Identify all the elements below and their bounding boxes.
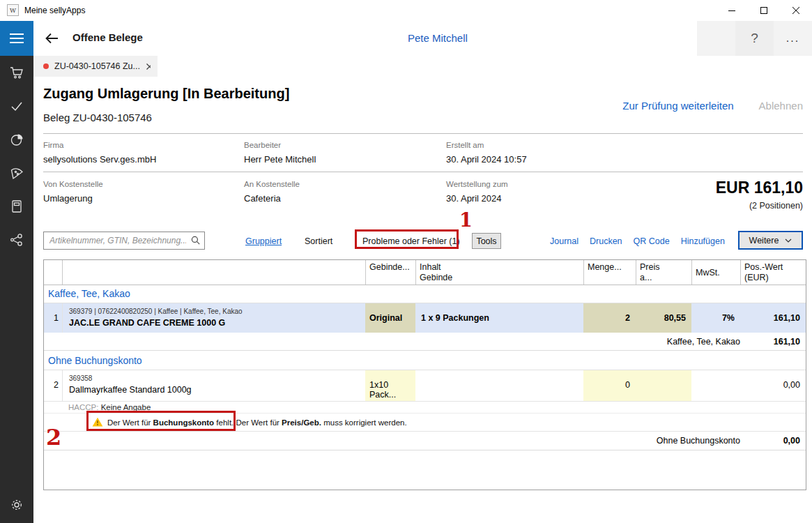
add-link[interactable]: Hinzufügen [681, 236, 725, 246]
reject-button[interactable]: Ablehnen [759, 100, 803, 112]
problems-or-errors-toggle[interactable]: Probleme oder Fehler (1) [362, 236, 460, 246]
haccp-label: HACCP: [68, 403, 98, 411]
hamburger-menu-button[interactable] [0, 21, 33, 56]
subtotal-row-ohne-buchungskonto: Ohne Buchungskonto 0,00 [44, 432, 806, 450]
tab-close-icon[interactable] [146, 63, 151, 70]
field-label: An Kostenstelle [244, 180, 300, 188]
page-title: Offene Belege [72, 31, 143, 43]
annotation-marker-1: 1 [459, 209, 473, 231]
header-menge: Menge... [583, 260, 636, 285]
pie-chart-icon [9, 132, 24, 147]
pizza-slice-icon [9, 165, 24, 181]
article-meta: 369358 [69, 374, 365, 382]
back-button[interactable] [43, 30, 60, 47]
header-preis: Preis a... [636, 260, 691, 285]
journal-link[interactable]: Journal [550, 236, 579, 246]
gebinde-cell[interactable]: Original [365, 303, 415, 333]
field-firma: Firma sellysolutions Serv.ges.mbH [43, 141, 156, 165]
window-title: Meine sellyApps [24, 6, 85, 15]
grouped-toggle[interactable]: Gruppiert [245, 236, 282, 246]
mwst-cell: 7% [691, 303, 740, 333]
article-description: 369358 Dallmayrkaffee Standard 1000g [62, 370, 365, 401]
row-number: 1 [44, 303, 62, 333]
menge-cell[interactable]: 2 [583, 303, 636, 333]
header-pos-wert: Pos.-Wert (EUR) [740, 260, 806, 285]
group-header-kaffee: Kaffee, Tee, Kakao [44, 285, 806, 303]
menge-cell[interactable]: 0 [583, 370, 636, 401]
field-erstellt-am: Erstellt am 30. April 2024 10:57 [446, 141, 527, 165]
tools-button[interactable]: Tools [472, 233, 501, 249]
book-icon [9, 199, 24, 214]
document-title: Zugang Umlagerung [In Bearbeitung] [43, 86, 289, 102]
header-more-button[interactable]: ... [774, 21, 812, 56]
header-rownum [44, 260, 62, 285]
maximize-icon [760, 7, 767, 14]
subtotal-row-kaffee: Kaffee, Tee, Kakao 161,10 [44, 333, 806, 351]
document-subtitle: Beleg ZU-0430-105746 [43, 112, 152, 123]
titlebar: w Meine sellyApps [0, 0, 812, 21]
field-label: Von Kostenstelle [43, 180, 103, 188]
mwst-cell [691, 370, 740, 401]
sidebar-item-reports[interactable] [0, 123, 33, 156]
sidebar-item-share[interactable] [0, 223, 33, 257]
gebinde-cell[interactable]: 1x10 Pack... [365, 370, 415, 401]
header-gebinde: Gebinde... [365, 260, 415, 285]
share-network-icon [9, 232, 24, 248]
pos-wert-cell: 161,10 [740, 303, 806, 333]
tab-label: ZU-0430-105746 Zu... [54, 61, 140, 71]
minimize-button[interactable] [716, 0, 748, 21]
sidebar-item-cart[interactable] [0, 56, 33, 89]
field-label: Wertstellung zum [446, 180, 508, 188]
haccp-row: HACCP: Keine Angabe [44, 402, 806, 414]
sorted-toggle[interactable]: Sortiert [305, 236, 332, 246]
header-mwst: MwSt. [691, 260, 740, 285]
chevron-down-icon [785, 238, 792, 243]
item-row-2[interactable]: 2 369358 Dallmayrkaffee Standard 1000g 1… [44, 370, 806, 402]
preis-cell[interactable] [636, 370, 691, 401]
sidebar-item-settings[interactable] [0, 488, 33, 522]
sidebar [0, 56, 33, 523]
window-controls [716, 0, 812, 21]
warning-text: Der Wert für Buchungskonto fehlt. Der We… [107, 418, 407, 427]
sidebar-item-food[interactable] [0, 156, 33, 190]
more-actions-label: Weitere [749, 236, 779, 245]
group-header-ohne-buchungskonto: Ohne Buchungskonto [44, 351, 806, 370]
sidebar-item-tasks[interactable] [0, 89, 33, 123]
subtotal-label: Kaffee, Tee, Kakao [667, 337, 740, 347]
table-header-row: Gebinde... Inhalt Gebinde Menge... Preis… [44, 260, 806, 285]
more-actions-dropdown[interactable]: Weitere [738, 231, 803, 250]
subtotal-value: 0,00 [740, 436, 806, 446]
field-label: Erstellt am [446, 141, 527, 149]
help-button[interactable]: ? [735, 21, 774, 56]
minimize-icon [728, 7, 735, 14]
maximize-button[interactable] [748, 0, 780, 21]
settings-gear-icon [9, 497, 24, 513]
tabbar: ZU-0430-105746 Zu... [33, 56, 812, 77]
qr-code-link[interactable]: QR Code [634, 236, 670, 246]
field-bearbeiter: Bearbeiter Herr Pete Mitchell [244, 141, 316, 165]
warning-triangle-icon [92, 417, 103, 427]
print-link[interactable]: Drucken [590, 236, 622, 246]
field-label: Bearbeiter [244, 141, 316, 149]
item-row-1[interactable]: 1 369379 | 07622400820250 | Kaffee | Kaf… [44, 303, 806, 333]
close-icon [792, 7, 799, 14]
row-number: 2 [44, 370, 62, 401]
divider [43, 133, 803, 134]
field-value: 30. April 2024 [446, 193, 508, 204]
document-tab[interactable]: ZU-0430-105746 Zu... [33, 56, 158, 77]
pos-wert-cell: 0,00 [740, 370, 806, 401]
back-arrow-icon [43, 30, 60, 47]
document-total: EUR 161,10 (2 Positionen) [716, 179, 803, 211]
sidebar-item-journal[interactable] [0, 190, 33, 223]
header-description [62, 260, 365, 285]
user-name-link[interactable]: Pete Mitchell [408, 32, 468, 44]
preis-cell[interactable]: 80,55 [636, 303, 691, 333]
article-meta: 369379 | 07622400820250 | Kaffee | Kaffe… [69, 308, 365, 315]
search-input[interactable] [43, 232, 205, 250]
forward-for-review-button[interactable]: Zur Prüfung weiterleiten [622, 100, 733, 112]
close-button[interactable] [780, 0, 812, 21]
inhalt-gebinde-cell: 1 x 9 Packungen [415, 303, 583, 333]
field-label: Firma [43, 141, 156, 149]
article-name: Dallmayrkaffee Standard 1000g [69, 385, 365, 395]
article-search [43, 232, 205, 250]
